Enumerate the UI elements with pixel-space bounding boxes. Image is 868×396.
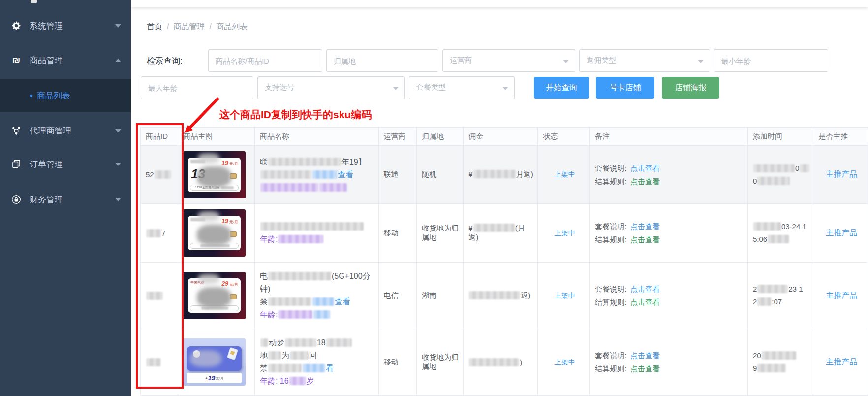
status-link[interactable]: 上架中 bbox=[555, 170, 575, 178]
sidebar-item-label: 系统管理 bbox=[30, 20, 63, 32]
cell-product-id: 52 bbox=[141, 146, 178, 204]
sidebar-item-label: 代理商管理 bbox=[30, 125, 71, 136]
order-icon bbox=[11, 159, 22, 169]
text-fragment: 回 bbox=[309, 351, 317, 360]
cell-main-push: 主推产品 bbox=[813, 146, 868, 204]
censored-blur bbox=[278, 235, 323, 243]
view-details-link[interactable]: 点击查看 bbox=[630, 235, 660, 244]
remark-label: 套餐说明: bbox=[595, 164, 626, 172]
status-link[interactable]: 上架中 bbox=[555, 292, 575, 299]
column-header: 是否主推 bbox=[813, 128, 868, 146]
cell-product-name: 动梦18地为回禁看年龄: 16岁 bbox=[254, 329, 378, 396]
remark-label: 结算规则: bbox=[595, 177, 626, 186]
view-details-link[interactable]: 点击查看 bbox=[630, 364, 660, 373]
cell-product-id bbox=[141, 329, 178, 396]
min-age-input[interactable] bbox=[714, 49, 828, 72]
min-age-input-field[interactable] bbox=[714, 50, 828, 71]
region-input-field[interactable] bbox=[327, 50, 438, 71]
status-link[interactable]: 上架中 bbox=[555, 229, 575, 237]
censored-blur bbox=[768, 235, 789, 243]
table-row[interactable]: 719 元/月年龄:移动收货地为归属地¥(月返)上架中套餐说明:点击查看结算规则… bbox=[141, 204, 868, 263]
card-shop-button[interactable]: 号卡店铺 bbox=[596, 77, 654, 99]
cell-product-image: 19 元/月 bbox=[178, 204, 255, 263]
max-age-input-field[interactable] bbox=[141, 77, 253, 99]
product-image[interactable]: 19 元/月 bbox=[183, 209, 246, 257]
breadcrumb-separator: / bbox=[209, 22, 211, 31]
censored-blur bbox=[800, 164, 809, 172]
chevron-down-icon bbox=[115, 163, 121, 166]
breadcrumb: 首页/商品管理/商品列表 bbox=[147, 22, 248, 32]
rebate-type-select[interactable]: 返佣类型 bbox=[579, 49, 710, 72]
region-input[interactable] bbox=[326, 49, 438, 72]
cell-main-push: 主推产品 bbox=[813, 263, 868, 329]
view-details-link[interactable]: 点击查看 bbox=[630, 177, 660, 186]
remark-label: 结算规则: bbox=[595, 364, 626, 373]
card-price-strip: ¥ 19元/月 bbox=[187, 373, 242, 383]
breadcrumb-item[interactable]: 商品管理 bbox=[173, 22, 205, 31]
cell-region: 随机 bbox=[417, 146, 464, 204]
censored-blur bbox=[268, 351, 281, 360]
main-product-link[interactable]: 主推产品 bbox=[826, 291, 857, 299]
main-product-link[interactable]: 主推产品 bbox=[826, 170, 857, 178]
gear-icon bbox=[11, 20, 22, 31]
main-product-link[interactable]: 主推产品 bbox=[826, 358, 857, 366]
table-row[interactable]: 中国电信29 元/月电(5G+100分钟)禁查看年龄:电信湖南返)上架中套餐说明… bbox=[141, 263, 868, 329]
censored-blur bbox=[268, 297, 311, 306]
inline-link[interactable]: 看 bbox=[326, 364, 334, 372]
breadcrumb-item[interactable]: 首页 bbox=[147, 22, 162, 31]
main-product-link[interactable]: 主推产品 bbox=[826, 229, 857, 237]
sidebar-item-order[interactable]: 订单管理 bbox=[0, 150, 131, 178]
table-row[interactable]: ¥ 19元/月动梦18地为回禁看年龄: 16岁移动收货地为归属地)上架中套餐说明… bbox=[141, 329, 868, 396]
censored-blur bbox=[313, 310, 330, 319]
sidebar-subitem-label: 商品列表 bbox=[37, 90, 70, 101]
inline-link[interactable]: 查看 bbox=[338, 170, 353, 179]
cell-status: 上架中 bbox=[538, 146, 590, 204]
text-fragment: 年19】 bbox=[341, 158, 366, 166]
table-row[interactable]: 5219 元/月13135G全国通用流量联年19】查看联通随机¥月返)上架中套餐… bbox=[141, 146, 868, 204]
censored-blur bbox=[753, 164, 795, 172]
main-content: 首页/商品管理/商品列表 检索查询: 运营商返佣类型支持选号套餐类型开始查询号卡… bbox=[131, 0, 868, 396]
sidebar: 系统管理₪商品管理•商品列表代理商管理订单管理财务管理 bbox=[0, 0, 131, 396]
view-details-link[interactable]: 点击查看 bbox=[630, 164, 660, 172]
sidebar-nav: 系统管理₪商品管理•商品列表代理商管理订单管理财务管理 bbox=[0, 0, 131, 396]
sidebar-subitem-product-list[interactable]: •商品列表 bbox=[0, 79, 131, 112]
cell-product-name: 电(5G+100分钟)禁查看年龄: bbox=[254, 263, 378, 329]
shop-poster-button[interactable]: 店铺海报 bbox=[662, 77, 719, 99]
cell-product-id: 7 bbox=[141, 204, 178, 263]
view-details-link[interactable]: 点击查看 bbox=[630, 222, 660, 231]
text-fragment: 年龄: bbox=[260, 310, 278, 319]
censored-blur bbox=[289, 377, 306, 385]
cell-region: 收货地为归属地 bbox=[417, 329, 464, 396]
sidebar-item-finance[interactable]: 财务管理 bbox=[0, 186, 131, 213]
view-details-link[interactable]: 点击查看 bbox=[630, 298, 660, 306]
censored-blur bbox=[312, 297, 334, 306]
product-image[interactable]: 中国电信29 元/月 bbox=[183, 272, 246, 319]
carrier-select[interactable]: 运营商 bbox=[442, 49, 575, 72]
censored-blur bbox=[260, 222, 364, 231]
query-button[interactable]: 开始查询 bbox=[534, 77, 589, 99]
text-fragment: 为 bbox=[281, 351, 289, 360]
cell-product-image: 19 元/月13135G全国通用流量 bbox=[178, 146, 255, 204]
status-link[interactable]: 上架中 bbox=[555, 358, 575, 366]
censored-blur bbox=[260, 338, 268, 347]
sidebar-item-gear[interactable]: 系统管理 bbox=[0, 12, 131, 39]
censored-blur bbox=[268, 158, 341, 166]
cell-product-id bbox=[141, 263, 178, 329]
product-image[interactable]: ¥ 19元/月 bbox=[183, 338, 246, 386]
cell-main-push: 主推产品 bbox=[813, 204, 868, 263]
view-details-link[interactable]: 点击查看 bbox=[630, 285, 660, 293]
product-image[interactable]: 19 元/月13135G全国通用流量 bbox=[183, 151, 246, 198]
product-name-input-field[interactable] bbox=[209, 50, 322, 71]
package-type-select[interactable]: 套餐类型 bbox=[409, 76, 515, 99]
sidebar-item-product[interactable]: ₪商品管理 bbox=[0, 46, 131, 74]
censored-blur bbox=[197, 225, 231, 245]
sidebar-item-agent[interactable]: 代理商管理 bbox=[0, 117, 131, 144]
product-name-input[interactable] bbox=[208, 49, 322, 72]
cell-region: 湖南 bbox=[417, 263, 464, 329]
finance-icon bbox=[11, 194, 22, 205]
max-age-input[interactable] bbox=[141, 76, 253, 99]
view-details-link[interactable]: 点击查看 bbox=[630, 351, 660, 360]
number-pick-select[interactable]: 支持选号 bbox=[257, 76, 405, 99]
inline-link[interactable]: 查看 bbox=[335, 297, 350, 306]
cell-carrier: 电信 bbox=[378, 263, 417, 329]
